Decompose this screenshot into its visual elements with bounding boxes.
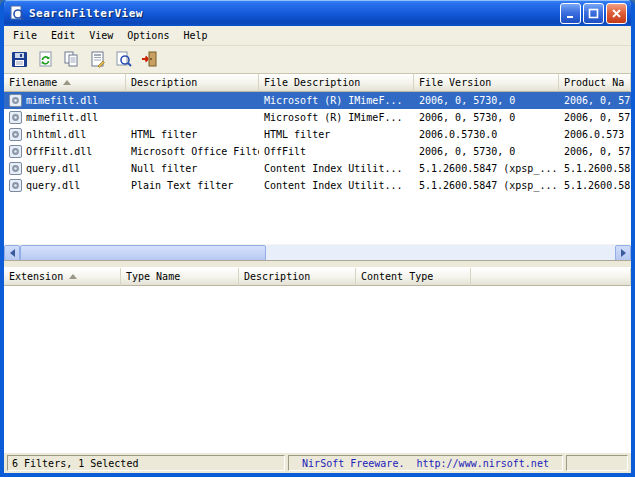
app-window: SearchFilterView File Edit View Options … xyxy=(0,0,635,477)
cell-product-name: 2006, 0, 57 xyxy=(559,92,631,109)
cell-file-version: 2006, 0, 5730, 0 xyxy=(414,109,559,126)
table-row[interactable]: nlhtml.dll HTML filter HTML filter 2006.… xyxy=(4,126,631,143)
scrollbar-track[interactable] xyxy=(20,245,615,260)
sort-ascending-icon xyxy=(69,274,77,279)
cell-file-version: 5.1.2600.5847 (xpsp_... xyxy=(414,177,559,194)
dll-file-icon xyxy=(9,94,22,107)
cell-file-description: Microsoft (R) IMimeF... xyxy=(259,109,414,126)
cell-description: Null filter xyxy=(126,160,259,177)
status-nirsoft-link[interactable]: NirSoft Freeware. http://www.nirsoft.net xyxy=(288,455,563,471)
scrollbar-thumb[interactable] xyxy=(20,245,266,260)
cell-description xyxy=(126,109,259,126)
cell-description: HTML filter xyxy=(126,126,259,143)
save-icon xyxy=(11,51,28,68)
sort-ascending-icon xyxy=(63,80,71,85)
close-button[interactable] xyxy=(606,3,627,24)
copy-button[interactable] xyxy=(59,48,83,71)
cell-file-description: OffFilt xyxy=(259,143,414,160)
table-row[interactable]: mimefilt.dll Microsoft (R) IMimeF... 200… xyxy=(4,92,631,109)
column-header-filename[interactable]: Filename xyxy=(4,74,126,92)
properties-icon xyxy=(89,51,106,68)
column-header-label: Filename xyxy=(9,74,57,91)
menu-help[interactable]: Help xyxy=(176,28,214,43)
cell-description: Plain Text filter xyxy=(126,177,259,194)
table-row[interactable]: OffFilt.dll Microsoft Office Filter OffF… xyxy=(4,143,631,160)
title-bar[interactable]: SearchFilterView xyxy=(4,0,631,26)
save-button[interactable] xyxy=(7,48,31,71)
extensions-list-pane: Extension Type Name Description Content … xyxy=(4,268,631,453)
column-header-type-name[interactable]: Type Name xyxy=(121,268,239,286)
cell-file-version: 5.1.2600.5847 (xpsp_... xyxy=(414,160,559,177)
menu-bar: File Edit View Options Help xyxy=(4,26,631,46)
extensions-header-row: Extension Type Name Description Content … xyxy=(4,268,631,286)
pane-splitter[interactable] xyxy=(4,260,631,268)
cell-filename: mimefilt.dll xyxy=(26,92,98,109)
status-bar: 6 Filters, 1 Selected NirSoft Freeware. … xyxy=(4,453,631,473)
scroll-left-icon xyxy=(10,249,15,257)
cell-file-description: HTML filter xyxy=(259,126,414,143)
exit-button[interactable] xyxy=(137,48,161,71)
minimize-button[interactable] xyxy=(560,3,581,24)
column-header-description[interactable]: Description xyxy=(239,268,356,286)
column-header-extension[interactable]: Extension xyxy=(4,268,121,286)
column-header-filler xyxy=(471,268,631,286)
dll-file-icon xyxy=(9,111,22,124)
status-filler xyxy=(566,455,628,471)
menu-file[interactable]: File xyxy=(6,28,44,43)
cell-file-version: 2006, 0, 5730, 0 xyxy=(414,143,559,160)
filters-list-pane: Filename Description File Description Fi… xyxy=(4,74,631,260)
app-icon xyxy=(9,5,25,21)
menu-edit[interactable]: Edit xyxy=(44,28,82,43)
column-header-file-description[interactable]: File Description xyxy=(259,74,414,92)
cell-product-name: 2006.0.573 xyxy=(559,126,631,143)
cell-file-version: 2006.0.5730.0 xyxy=(414,126,559,143)
status-count: 6 Filters, 1 Selected xyxy=(7,455,285,471)
column-header-content-type[interactable]: Content Type xyxy=(356,268,471,286)
minimize-icon xyxy=(565,8,576,19)
menu-view[interactable]: View xyxy=(82,28,120,43)
cell-file-version: 2006, 0, 5730, 0 xyxy=(414,92,559,109)
cell-filename: OffFilt.dll xyxy=(26,143,92,160)
copy-icon xyxy=(63,51,80,68)
extensions-rows xyxy=(4,286,631,453)
cell-filename: mimefilt.dll xyxy=(26,109,98,126)
scroll-left-button[interactable] xyxy=(4,245,20,260)
cell-description xyxy=(126,92,259,109)
cell-filename: query.dll xyxy=(26,177,80,194)
dll-file-icon xyxy=(9,162,22,175)
exit-icon xyxy=(141,51,158,68)
maximize-button[interactable] xyxy=(583,3,604,24)
cell-product-name: 2006, 0, 57 xyxy=(559,143,631,160)
column-header-product-name[interactable]: Product Na xyxy=(559,74,631,92)
column-header-description[interactable]: Description xyxy=(126,74,259,92)
cell-product-name: 5.1.2600.58 xyxy=(559,160,631,177)
cell-product-name: 2006, 0, 57 xyxy=(559,109,631,126)
find-icon xyxy=(115,51,132,68)
cell-file-description: Content Index Utilit... xyxy=(259,160,414,177)
refresh-button[interactable] xyxy=(33,48,57,71)
column-header-file-version[interactable]: File Version xyxy=(414,74,559,92)
table-row[interactable]: query.dll Null filter Content Index Util… xyxy=(4,160,631,177)
table-row[interactable]: mimefilt.dll Microsoft (R) IMimeF... 200… xyxy=(4,109,631,126)
properties-button[interactable] xyxy=(85,48,109,71)
cell-description: Microsoft Office Filter xyxy=(126,143,259,160)
cell-filename: query.dll xyxy=(26,160,80,177)
refresh-icon xyxy=(37,51,54,68)
cell-file-description: Microsoft (R) IMimeF... xyxy=(259,92,414,109)
window-title: SearchFilterView xyxy=(29,7,558,20)
horizontal-scrollbar[interactable] xyxy=(4,244,631,260)
maximize-icon xyxy=(588,8,599,19)
find-button[interactable] xyxy=(111,48,135,71)
filters-header-row: Filename Description File Description Fi… xyxy=(4,74,631,92)
cell-file-description: Content Index Utilit... xyxy=(259,177,414,194)
cell-filename: nlhtml.dll xyxy=(26,126,86,143)
scroll-right-button[interactable] xyxy=(615,245,631,260)
close-icon xyxy=(611,8,622,19)
toolbar xyxy=(4,46,631,74)
table-row[interactable]: query.dll Plain Text filter Content Inde… xyxy=(4,177,631,194)
menu-options[interactable]: Options xyxy=(120,28,176,43)
dll-file-icon xyxy=(9,128,22,141)
dll-file-icon xyxy=(9,179,22,192)
scroll-right-icon xyxy=(621,249,626,257)
cell-product-name: 5.1.2600.58 xyxy=(559,177,631,194)
